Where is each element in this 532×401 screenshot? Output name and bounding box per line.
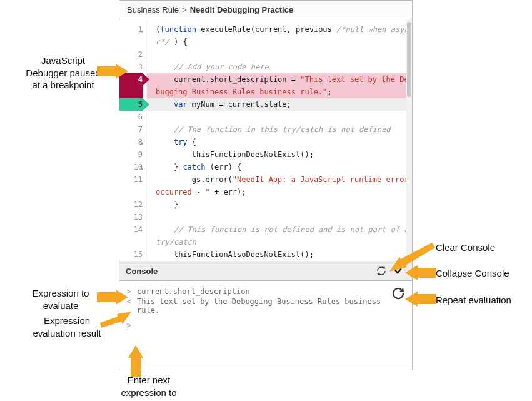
arrow-next-expression (128, 345, 143, 377)
annotation-expression-evaluate: Expression toevaluate (14, 287, 108, 312)
clear-console-button[interactable] (373, 263, 389, 279)
console-text: current.short_description (137, 287, 406, 296)
line-number[interactable]: 5 (119, 98, 143, 111)
debugger-window: Business Rule > NeedIt Debugging Practic… (119, 0, 413, 370)
svg-marker-6 (405, 292, 436, 307)
repeat-evaluation-button[interactable] (391, 286, 406, 303)
svg-marker-5 (405, 265, 436, 280)
code-line[interactable]: } catch (err) { (156, 161, 409, 173)
breadcrumb: Business Rule > NeedIt Debugging Practic… (119, 1, 412, 19)
line-number[interactable]: 9 (119, 148, 143, 161)
line-number[interactable]: 13 (119, 211, 143, 223)
line-number[interactable]: 7 (119, 123, 143, 136)
arrow-expression-result (100, 310, 131, 329)
scrollbar-vertical[interactable] (406, 19, 412, 261)
line-number[interactable]: 2 (119, 48, 143, 61)
code-line[interactable]: // Add your code here (156, 61, 409, 73)
console-title: Console (126, 266, 158, 276)
svg-marker-0 (97, 64, 128, 79)
code-line[interactable]: var myNum = current.state; (147, 98, 409, 111)
svg-marker-3 (128, 345, 143, 377)
retry-icon (391, 286, 406, 301)
console-prompt[interactable]: > (126, 321, 406, 330)
code-text[interactable]: (function executeRule(current, previous … (147, 19, 412, 261)
annotation-clear-console: Clear Console (436, 241, 495, 254)
line-number[interactable]: 12 (119, 198, 143, 211)
line-number[interactable]: 6 (119, 111, 143, 123)
console-input-line: >current.short_description (126, 287, 406, 296)
annotation-next-expression: Enter nextexpression toevaluate (105, 374, 193, 401)
code-line[interactable] (156, 48, 409, 61)
svg-marker-2 (100, 312, 131, 328)
annotation-debugger-paused: JavaScriptDebugger pausedat a breakpoint (16, 54, 110, 91)
console-text: This text set by the Debugging Business … (137, 297, 406, 315)
annotation-expression-result: Expressionevaluation result (23, 315, 111, 339)
arrow-repeat-evaluation (405, 292, 436, 307)
code-line[interactable]: current.short_description = "This text s… (147, 73, 409, 98)
annotation-collapse-console: Collapse Console (436, 267, 509, 280)
code-line[interactable]: gs.error("NeedIt App: a JavaScript runti… (156, 173, 409, 198)
console-body[interactable]: >current.short_description<This text set… (119, 281, 412, 370)
console-header: Console (119, 261, 412, 281)
breadcrumb-section: Business Rule (127, 5, 179, 14)
code-line[interactable] (156, 111, 409, 123)
line-number-gutter[interactable]: 1▾2345678▾910▾11121314151617 (119, 19, 147, 261)
code-line[interactable]: thisFunctionAlsoDoesNotExist(); (156, 248, 409, 261)
line-number[interactable]: 10▾ (119, 161, 143, 173)
line-number[interactable]: 15 (119, 248, 143, 261)
annotation-repeat-evaluation: Repeat evaluation (436, 294, 511, 307)
console-output-line: <This text set by the Debugging Business… (126, 297, 406, 315)
fold-toggle-icon[interactable]: ▾ (141, 25, 144, 38)
breadcrumb-separator: > (182, 5, 187, 14)
line-number[interactable]: 1▾ (119, 23, 143, 48)
scrollbar-thumb[interactable] (407, 22, 411, 97)
code-line[interactable]: thisFunctionDoesNotExist(); (156, 148, 409, 161)
code-line[interactable] (156, 211, 409, 223)
refresh-sync-icon (376, 265, 387, 277)
code-line[interactable]: // This function is not defined and is n… (156, 223, 409, 248)
line-number[interactable]: 11 (119, 173, 143, 198)
arrow-collapse-console (405, 265, 436, 280)
breadcrumb-title: NeedIt Debugging Practice (190, 5, 293, 14)
code-line[interactable]: } (156, 198, 409, 211)
arrow-debugger-paused (97, 64, 128, 79)
code-editor[interactable]: 1▾2345678▾910▾11121314151617 (function e… (119, 19, 412, 261)
code-line[interactable]: // The function in this try/catch is not… (156, 123, 409, 136)
code-line[interactable]: try { (156, 136, 409, 148)
code-line[interactable]: (function executeRule(current, previous … (156, 23, 409, 48)
line-number[interactable]: 8▾ (119, 136, 143, 148)
line-number[interactable]: 14 (119, 223, 143, 248)
arrow-expression-evaluate (97, 290, 128, 305)
svg-marker-1 (97, 290, 128, 305)
